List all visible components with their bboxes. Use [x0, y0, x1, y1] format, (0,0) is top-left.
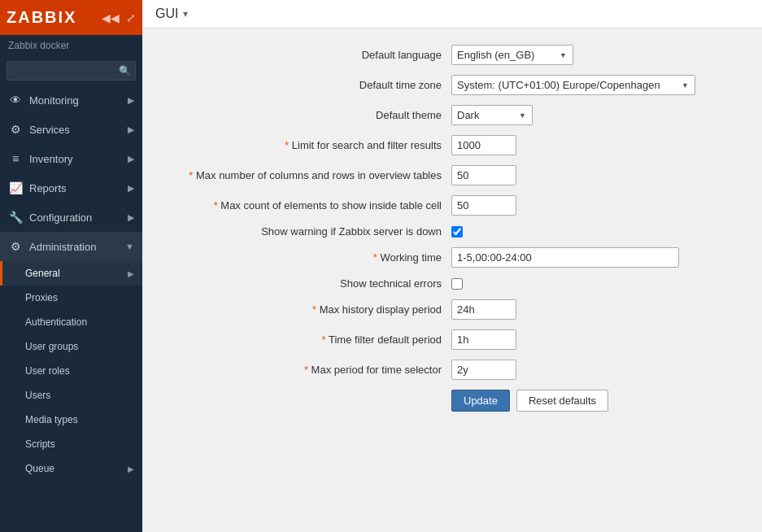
monitoring-label: Monitoring — [29, 94, 79, 107]
main-area: GUI ▾ Default language English (en_GB) E… — [142, 0, 762, 532]
limit-search-label: * Limit for search and filter results — [175, 139, 451, 151]
proxies-label: Proxies — [25, 292, 58, 303]
sidebar-item-reports[interactable]: 📈 Reports ▶ — [0, 173, 142, 203]
services-icon: ⚙ — [8, 123, 23, 136]
default-timezone-row: Default time zone System: (UTC+01:00) Eu… — [175, 75, 729, 95]
max-columns-row: * Max number of columns and rows in over… — [175, 165, 729, 185]
default-language-row: Default language English (en_GB) English… — [175, 45, 729, 65]
show-technical-label: Show technical errors — [175, 277, 451, 290]
title-dropdown-icon[interactable]: ▾ — [183, 8, 188, 20]
authentication-label: Authentication — [25, 316, 87, 328]
default-timezone-select-wrap: System: (UTC+01:00) Europe/Copenhagen — [451, 75, 695, 95]
inventory-icon: ≡ — [8, 152, 23, 165]
main-content: Default language English (en_GB) English… — [142, 28, 762, 532]
show-warning-label: Show warning if Zabbix server is down — [175, 225, 451, 238]
sidebar-item-users[interactable]: Users — [0, 383, 142, 408]
show-warning-checkbox-wrap — [451, 226, 463, 238]
working-time-label: * Working time — [175, 251, 451, 264]
sidebar-item-user-roles[interactable]: User roles — [0, 359, 142, 383]
sidebar-item-services[interactable]: ⚙ Services ▶ — [0, 115, 142, 144]
show-technical-checkbox[interactable] — [451, 278, 463, 290]
sidebar-item-media-types[interactable]: Media types — [0, 408, 142, 432]
max-period-row: * Max period for time selector — [175, 360, 729, 380]
sidebar-item-proxies[interactable]: Proxies — [0, 286, 142, 310]
sidebar-header-icons: ◀◀ ⤢ — [102, 11, 136, 24]
max-count-label: * Max count of elements to show inside t… — [175, 199, 451, 211]
configuration-label: Configuration — [29, 211, 92, 224]
sidebar-item-configuration[interactable]: 🔧 Configuration ▶ — [0, 203, 142, 232]
default-timezone-label: Default time zone — [175, 79, 451, 91]
default-theme-select[interactable]: Dark Light High contrast — [451, 105, 533, 125]
user-groups-label: User groups — [25, 341, 78, 352]
sidebar-item-administration[interactable]: ⚙ Administration ▼ — [0, 232, 142, 261]
working-time-row: * Working time — [175, 247, 729, 268]
sidebar-item-general[interactable]: General ▶ — [0, 261, 142, 286]
configuration-icon: 🔧 — [8, 211, 23, 224]
show-technical-row: Show technical errors — [175, 277, 729, 290]
configuration-arrow: ▶ — [128, 212, 134, 223]
collapse-icon[interactable]: ◀◀ — [102, 11, 120, 24]
administration-arrow: ▼ — [125, 242, 134, 251]
page-title: GUI — [155, 7, 178, 21]
time-filter-label: * Time filter default period — [175, 334, 451, 346]
search-input[interactable] — [7, 61, 136, 81]
reset-defaults-button[interactable]: Reset defaults — [516, 390, 608, 412]
services-arrow: ▶ — [128, 124, 134, 135]
monitoring-arrow: ▶ — [128, 95, 134, 106]
sidebar-item-authentication[interactable]: Authentication — [0, 310, 142, 334]
working-time-input[interactable] — [451, 247, 679, 268]
max-count-input[interactable] — [451, 195, 516, 216]
sidebar-item-scripts[interactable]: Scripts — [0, 432, 142, 456]
logo: ZABBIX — [7, 8, 76, 27]
show-warning-row: Show warning if Zabbix server is down — [175, 225, 729, 238]
search-box: 🔍 — [0, 56, 142, 85]
time-filter-row: * Time filter default period — [175, 329, 729, 350]
services-label: Services — [29, 124, 70, 136]
administration-icon: ⚙ — [8, 240, 23, 253]
default-theme-row: Default theme Dark Light High contrast — [175, 105, 729, 125]
update-button[interactable]: Update — [451, 390, 510, 412]
sidebar-item-monitoring[interactable]: 👁 Monitoring ▶ — [0, 85, 142, 115]
inventory-label: Inventory — [29, 153, 72, 165]
reports-icon: 📈 — [8, 181, 23, 194]
user-roles-label: User roles — [25, 365, 70, 377]
queue-arrow: ▶ — [128, 464, 134, 473]
inventory-arrow: ▶ — [128, 154, 134, 164]
reports-arrow: ▶ — [128, 183, 134, 194]
reports-label: Reports — [29, 182, 67, 194]
monitoring-icon: 👁 — [8, 94, 23, 107]
queue-label: Queue — [25, 463, 54, 474]
scripts-label: Scripts — [25, 438, 55, 450]
administration-label: Administration — [29, 241, 96, 253]
main-header: GUI ▾ — [142, 0, 762, 28]
default-language-select-wrap: English (en_GB) English (en_US) — [451, 45, 573, 65]
show-technical-checkbox-wrap — [451, 278, 463, 290]
show-warning-checkbox[interactable] — [451, 226, 463, 238]
max-columns-label: * Max number of columns and rows in over… — [175, 169, 451, 181]
sidebar-item-user-groups[interactable]: User groups — [0, 334, 142, 359]
media-types-label: Media types — [25, 414, 78, 425]
max-columns-input[interactable] — [451, 165, 516, 185]
users-label: Users — [25, 390, 50, 401]
default-language-select[interactable]: English (en_GB) English (en_US) — [451, 45, 573, 65]
max-history-row: * Max history display period — [175, 299, 729, 320]
max-count-row: * Max count of elements to show inside t… — [175, 195, 729, 216]
time-filter-input[interactable] — [451, 329, 516, 350]
general-arrow: ▶ — [128, 269, 134, 278]
sidebar-item-queue[interactable]: Queue ▶ — [0, 456, 142, 481]
max-period-input[interactable] — [451, 360, 516, 380]
default-timezone-select[interactable]: System: (UTC+01:00) Europe/Copenhagen — [451, 75, 695, 95]
sidebar-header: ZABBIX ◀◀ ⤢ — [0, 0, 142, 35]
max-period-label: * Max period for time selector — [175, 364, 451, 376]
sidebar: ZABBIX ◀◀ ⤢ Zabbix docker 🔍 👁 Monitoring… — [0, 0, 142, 532]
limit-search-row: * Limit for search and filter results — [175, 135, 729, 155]
max-history-label: * Max history display period — [175, 303, 451, 316]
general-label: General — [25, 268, 60, 279]
sidebar-item-inventory[interactable]: ≡ Inventory ▶ — [0, 144, 142, 173]
limit-search-input[interactable] — [451, 135, 516, 155]
expand-icon[interactable]: ⤢ — [126, 11, 136, 24]
max-history-input[interactable] — [451, 299, 516, 320]
instance-name: Zabbix docker — [0, 35, 142, 56]
search-icon: 🔍 — [119, 65, 131, 76]
form-buttons: Update Reset defaults — [451, 390, 729, 412]
